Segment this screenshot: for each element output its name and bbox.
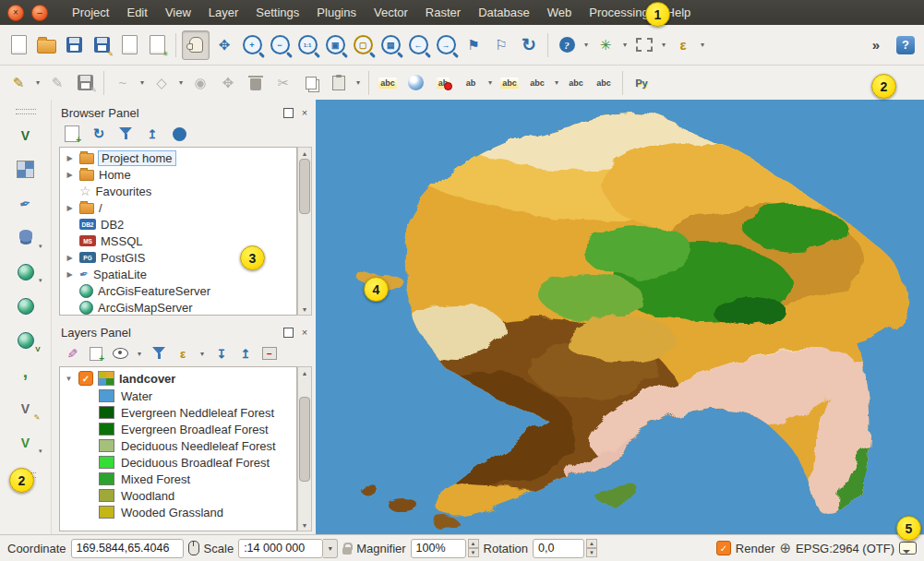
collapse-all-button[interactable]: ↥ [143, 125, 162, 143]
layers-tree[interactable]: ▼ ✓ landcover Water Evergreen Neddleleaf… [59, 366, 297, 531]
expand-arrow-icon[interactable]: ▶ [65, 171, 75, 179]
menu-plugins[interactable]: Plugins [317, 6, 356, 19]
new-shapefile-layer-button[interactable]: V✎ [10, 395, 42, 423]
expand-arrow-icon[interactable]: ▶ [65, 204, 75, 212]
zoom-in-button[interactable]: + [239, 31, 265, 59]
toolbar-overflow-button[interactable]: » [863, 31, 889, 59]
select-by-expression-dropdown[interactable]: ▾ [698, 41, 707, 49]
legend-item-woodland[interactable]: Woodland [60, 487, 296, 504]
browser-item-spatialite[interactable]: ▶ ✒ SpatiaLite [60, 266, 296, 282]
spin-down-icon[interactable]: ▼ [468, 548, 479, 557]
layers-scrollbar[interactable]: ▲ ▼ [297, 366, 312, 531]
add-group-button[interactable] [87, 344, 105, 363]
open-layer-styling-button[interactable]: ✎ [63, 344, 81, 363]
layer-item-landcover[interactable]: ▼ ✓ landcover [60, 369, 296, 388]
show-labels-dropdown[interactable]: ▾ [552, 78, 561, 87]
window-close-button[interactable]: × [7, 5, 24, 21]
menu-layer[interactable]: Layer [209, 6, 239, 19]
menu-view[interactable]: View [165, 6, 191, 19]
filter-expression-dropdown[interactable]: ▾ [198, 350, 207, 358]
open-project-button[interactable] [33, 31, 59, 59]
expand-arrow-icon[interactable]: ▶ [65, 270, 75, 279]
close-panel-button[interactable]: × [299, 327, 310, 338]
refresh-browser-button[interactable]: ↻ [90, 125, 108, 143]
scroll-up-icon[interactable]: ▲ [302, 367, 308, 378]
pin-labels-dropdown[interactable]: ▾ [486, 78, 495, 87]
collapse-all-button[interactable]: ↥ [236, 344, 255, 363]
add-wfs-layer-button[interactable]: V [10, 327, 42, 354]
scale-dropdown[interactable]: ▾ [323, 539, 338, 558]
browser-item-mssql[interactable]: MS MSSQL [60, 233, 296, 249]
select-by-expression-button[interactable]: ε [670, 31, 696, 59]
layout-manager-button[interactable]: ✳ [144, 31, 170, 59]
show-hide-labels-button[interactable]: abc [524, 71, 550, 95]
rotation-input[interactable] [533, 539, 584, 558]
add-selected-layers-button[interactable] [63, 125, 81, 143]
layer-labeling-button[interactable]: abc [375, 71, 401, 95]
wms-dropdown[interactable]: ▾ [39, 277, 42, 284]
filter-legend-button[interactable] [150, 344, 168, 363]
scale-input[interactable] [238, 539, 323, 558]
identify-features-button[interactable]: ? [554, 31, 580, 59]
save-project-as-button[interactable]: ✎ [89, 31, 114, 59]
add-delimited-text-layer-button[interactable]: , [10, 361, 42, 388]
new-project-button[interactable] [6, 31, 31, 59]
select-features-dropdown[interactable]: ▾ [659, 41, 668, 49]
browser-scrollbar[interactable]: ▲ ▼ [297, 147, 312, 316]
pan-to-selection-button[interactable]: ✥ [211, 31, 237, 59]
mouse-position-toggle-icon[interactable] [188, 541, 199, 555]
expand-all-button[interactable]: ↧ [212, 344, 231, 363]
rotation-spinner[interactable]: ▲▼ [586, 539, 597, 557]
pan-map-button[interactable] [182, 30, 210, 60]
run-feature-action-button[interactable]: ✳ [593, 31, 618, 59]
browser-tree[interactable]: ▶ Project home ▶ Home ☆ Favourite [59, 147, 297, 316]
paste-features-button[interactable] [326, 71, 352, 95]
new-print-layout-button[interactable] [116, 31, 142, 59]
zoom-to-selection-button[interactable]: ▢ [350, 31, 376, 59]
legend-item-evergreen-broadleaf[interactable]: Evergreen Broadleaf Forest [60, 421, 296, 437]
save-project-button[interactable] [61, 31, 87, 59]
zoom-full-button[interactable]: ▣ [322, 31, 348, 59]
browser-item-home[interactable]: ▶ Home [60, 166, 296, 183]
zoom-out-button[interactable]: − [267, 31, 293, 59]
legend-item-deciduous-needleleaf[interactable]: Deciduous Needleleaf Forest [60, 437, 296, 454]
expand-arrow-icon[interactable]: ▶ [65, 254, 75, 262]
change-label-button[interactable]: abc [591, 71, 617, 95]
browser-item-arcgis-featureserver[interactable]: ArcGisFeatureServer [60, 282, 296, 299]
scroll-down-icon[interactable]: ▼ [302, 304, 308, 315]
zoom-last-button[interactable]: ← [405, 31, 431, 59]
spin-up-icon[interactable]: ▲ [586, 539, 597, 548]
remove-layer-button[interactable]: − [260, 344, 279, 363]
legend-item-wooded-grassland[interactable]: Wooded Grassland [60, 504, 296, 520]
crs-status[interactable]: EPSG:2964 (OTF) [796, 542, 894, 555]
add-feature-button[interactable]: ◉ [187, 71, 213, 95]
add-vector-layer-button[interactable]: V [10, 122, 42, 149]
filter-by-expression-button[interactable]: ε [174, 344, 192, 363]
vertex-tool-dropdown[interactable]: ▾ [176, 78, 186, 87]
show-bookmarks-button[interactable]: ⚐ [488, 31, 514, 59]
highlight-labels-button[interactable]: abc [497, 71, 522, 95]
magnifier-spinner[interactable]: ▲▼ [468, 539, 479, 557]
coordinate-input[interactable] [71, 539, 184, 558]
cut-features-button[interactable]: ✂ [270, 71, 296, 95]
menu-settings[interactable]: Settings [256, 6, 299, 19]
refresh-map-button[interactable]: ↻ [516, 31, 542, 59]
menu-processing[interactable]: Processing [589, 6, 648, 19]
delete-selected-button[interactable] [243, 71, 269, 95]
select-features-button[interactable] [631, 31, 657, 59]
browser-item-arcgis-mapserver[interactable]: ArcGisMapServer [60, 299, 296, 316]
menu-database[interactable]: Database [478, 6, 530, 19]
current-edits-dropdown[interactable]: ▾ [33, 78, 42, 87]
menu-project[interactable]: Project [72, 6, 109, 19]
add-wms-layer-button[interactable]: ▾ [10, 258, 42, 286]
digitize-with-curve-button[interactable]: ~ [110, 71, 136, 95]
crs-globe-icon[interactable]: ⊕ [780, 540, 792, 556]
add-mesh-layer-button[interactable]: ✒ [10, 190, 42, 218]
legend-item-evergreen-neddleleaf[interactable]: Evergreen Neddleleaf Forest [60, 404, 296, 421]
scroll-down-icon[interactable]: ▼ [302, 519, 308, 531]
labeling-options-button[interactable]: ab [430, 71, 456, 95]
add-database-layer-button[interactable]: ▾ [10, 224, 42, 252]
vertex-tool-button[interactable]: ◇ [149, 71, 174, 95]
current-edits-button[interactable]: ✎ [6, 71, 31, 95]
move-feature-button[interactable]: ✥ [215, 71, 241, 95]
